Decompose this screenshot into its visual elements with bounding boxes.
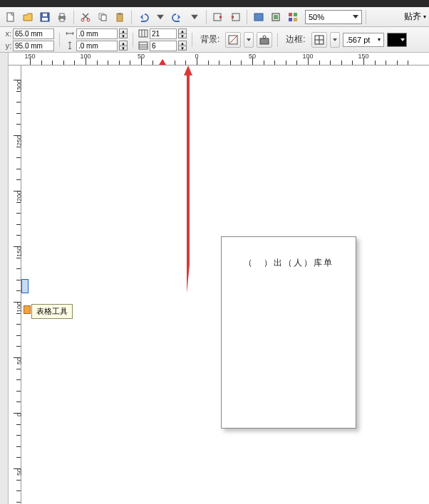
fullscreen-button[interactable]	[251, 9, 267, 25]
svg-rect-6	[60, 19, 64, 21]
export-button[interactable]	[227, 9, 243, 25]
tool-tooltip: 表格工具	[31, 304, 73, 319]
width-spinner[interactable]: ▲▼	[119, 28, 128, 38]
zoom-value: 50%	[309, 13, 324, 21]
undo-button[interactable]	[135, 9, 151, 25]
svg-rect-10	[101, 15, 106, 21]
tool-highlight	[21, 279, 29, 293]
workspace: 15010050050100150 30025020015010050050 （…	[0, 53, 429, 504]
divider	[59, 33, 60, 47]
new-button[interactable]	[3, 9, 19, 25]
ruler-horizontal[interactable]: 15010050050100150	[9, 53, 429, 65]
edit-fill-button[interactable]	[257, 32, 272, 48]
columns-icon	[138, 28, 148, 38]
svg-rect-19	[294, 13, 297, 16]
svg-rect-5	[60, 14, 64, 16]
columns-input[interactable]	[150, 28, 177, 39]
grid-group: ▲▼ ▲▼	[138, 28, 187, 51]
border-style-dropdown[interactable]	[330, 32, 340, 48]
rows-input[interactable]	[150, 41, 177, 51]
divider	[206, 10, 207, 24]
chevron-down-icon	[400, 38, 405, 41]
copy-button[interactable]	[95, 9, 110, 25]
border-style-button[interactable]	[311, 32, 327, 48]
border-label: 边框:	[286, 33, 305, 46]
svg-rect-21	[294, 18, 297, 21]
divider	[73, 10, 74, 24]
background-label: 背景:	[200, 33, 219, 46]
x-label: x:	[3, 29, 11, 38]
svg-rect-20	[289, 18, 292, 21]
height-spinner[interactable]: ▲▼	[119, 41, 128, 51]
divider	[247, 10, 247, 24]
svg-rect-18	[289, 13, 292, 16]
border-width-select[interactable]: .567 pt ▾	[343, 33, 384, 47]
width-icon	[65, 28, 75, 38]
border-width-value: .567 pt	[346, 36, 371, 44]
divider	[366, 10, 366, 24]
height-icon	[65, 41, 75, 51]
canvas[interactable]: （ ）出（人）库单 表格工具	[21, 65, 429, 504]
svg-rect-15	[254, 14, 263, 21]
rows-spinner[interactable]: ▲▼	[178, 41, 187, 51]
undo-dropdown[interactable]	[153, 9, 168, 25]
background-dropdown[interactable]	[244, 32, 254, 48]
chevron-down-icon	[353, 15, 358, 19]
property-bar: x: y: ▲▼ ▲▼ ▲▼ ▲▼ 背	[0, 27, 429, 53]
open-button[interactable]	[20, 9, 36, 25]
snap-label: 贴齐	[404, 11, 421, 23]
svg-rect-17	[274, 15, 278, 19]
svg-rect-3	[43, 14, 47, 16]
import-button[interactable]	[210, 9, 226, 25]
svg-point-26	[263, 36, 266, 38]
print-button[interactable]	[54, 9, 70, 25]
save-button[interactable]	[37, 9, 53, 25]
paste-button[interactable]	[112, 9, 128, 25]
divider	[277, 33, 278, 47]
x-input[interactable]	[13, 28, 54, 39]
redo-button[interactable]	[170, 9, 185, 25]
position-group: x: y:	[3, 28, 54, 51]
svg-rect-23	[139, 42, 148, 49]
divider	[131, 10, 132, 24]
zoom-select[interactable]: 50%	[305, 10, 362, 24]
height-input[interactable]	[76, 41, 118, 51]
svg-rect-12	[118, 13, 121, 15]
y-input[interactable]	[13, 41, 54, 51]
main-toolbar: 50% 贴齐 ▾	[0, 7, 429, 27]
annotation-arrow	[174, 65, 202, 293]
titlebar-dark	[0, 0, 429, 7]
ruler-vertical[interactable]: 30025020015010050050	[9, 65, 21, 504]
svg-rect-25	[260, 38, 269, 44]
width-input[interactable]	[76, 28, 118, 39]
rows-icon	[138, 41, 148, 51]
app-launcher-button[interactable]	[285, 9, 301, 25]
svg-rect-2	[42, 18, 48, 21]
border-color-swatch[interactable]	[387, 33, 407, 47]
document-page[interactable]: （ ）出（人）库单	[221, 236, 356, 429]
columns-spinner[interactable]: ▲▼	[178, 28, 187, 38]
cut-button[interactable]	[78, 9, 93, 25]
svg-rect-22	[139, 30, 148, 37]
divider	[192, 33, 192, 47]
background-none-button[interactable]	[225, 32, 241, 48]
toolbox-panel[interactable]	[0, 53, 9, 504]
snap-menu[interactable]: 贴齐 ▾	[404, 11, 426, 23]
size-group: ▲▼ ▲▼	[65, 28, 128, 51]
svg-rect-0	[7, 13, 14, 21]
redo-dropdown[interactable]	[187, 9, 202, 25]
layers-button[interactable]	[268, 9, 284, 25]
document-heading: （ ）出（人）库单	[222, 257, 356, 269]
divider	[133, 33, 133, 47]
y-label: y:	[3, 41, 11, 50]
tooltip-handle-icon	[24, 305, 31, 314]
